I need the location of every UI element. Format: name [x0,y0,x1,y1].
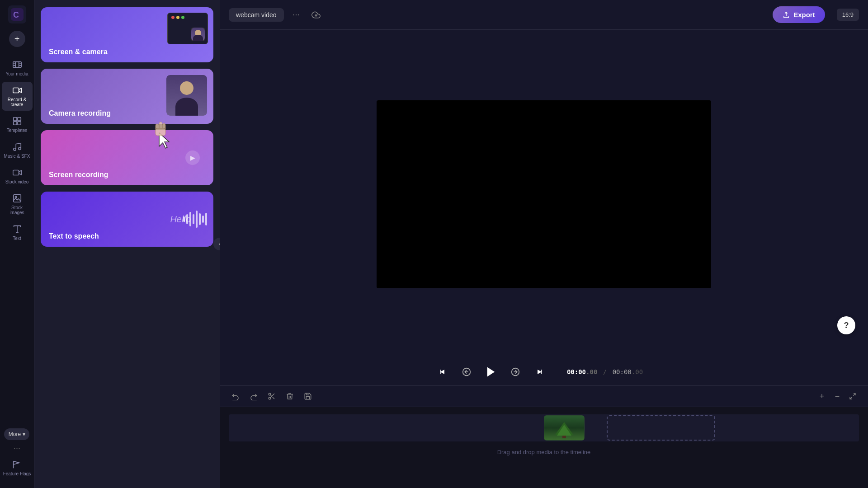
sidebar-item-feature-flags[interactable]: Feature Flags [0,457,34,479]
sidebar-item-your-media[interactable]: Your media [2,56,33,80]
timeline-clip[interactable] [544,415,585,441]
templates-icon [12,116,22,126]
cloud-icon [311,10,321,19]
screen-camera-preview [167,13,208,44]
sidebar-item-stock-images[interactable]: Stock images [2,190,33,219]
playback-controls: 00:00.00 / 00:00.00 [220,358,868,385]
aspect-ratio-badge[interactable]: 16:9 [837,9,859,21]
save-button[interactable] [301,389,315,403]
sidebar-item-music-sfx[interactable]: Music & SFX [2,138,33,162]
camera-recording-label: Camera recording [49,109,111,117]
screen-camera-card[interactable]: Screen & camera [41,7,213,62]
sidebar-item-label: Templates [7,128,28,133]
undo-icon [231,392,240,400]
svg-point-30 [269,397,271,399]
add-button[interactable]: + [9,31,25,47]
camera-recording-card[interactable]: Camera recording [41,69,213,124]
chevron-down-icon: ▾ [23,431,25,437]
skip-forward-icon [535,367,544,376]
sidebar: C + Your media Record & create [0,0,34,488]
tts-waveform [183,211,207,228]
more-options-icon: ⋯ [292,10,300,19]
more-options-button[interactable]: ⋯ [288,7,304,23]
timeline: Drag and drop media to the timeline [220,407,868,488]
play-pause-button[interactable] [483,364,499,380]
record-icon [12,85,22,95]
save-icon [304,392,312,400]
project-title[interactable]: webcam video [229,8,284,22]
skip-forward-button[interactable] [532,364,548,380]
svg-line-34 [853,394,855,396]
forward-icon [510,367,520,377]
svg-rect-10 [13,117,16,121]
svg-rect-9 [13,88,19,93]
svg-line-32 [273,397,274,399]
svg-point-14 [13,148,16,151]
svg-rect-2 [13,62,21,68]
collapse-panel-button[interactable]: ‹ [213,238,220,250]
help-button[interactable]: ? [837,316,855,334]
sidebar-item-label: Text [13,236,21,241]
rewind-button[interactable] [458,364,475,380]
topbar: webcam video ⋯ Export 16:9 [220,0,868,30]
svg-text:C: C [13,10,19,19]
cut-button[interactable] [265,389,278,403]
tts-label: Text to speech [49,232,99,240]
svg-rect-17 [13,195,21,202]
forward-button[interactable] [507,364,524,380]
app-logo: C [8,5,26,23]
clip-thumbnail [544,416,584,440]
screen-recording-label: Screen recording [49,171,108,179]
current-time: 00:00.00 [567,368,601,375]
svg-rect-13 [17,122,20,125]
more-button[interactable]: More ▾ [4,428,29,440]
redo-button[interactable] [247,389,260,403]
zoom-controls: + − [816,390,859,403]
undo-button[interactable] [229,389,242,403]
zoom-in-button[interactable]: + [816,390,828,403]
sidebar-item-label: Stock video [5,179,29,184]
skip-back-icon [438,367,447,376]
svg-line-35 [850,397,852,399]
svg-line-33 [270,395,272,396]
sidebar-item-templates[interactable]: Templates [2,113,33,136]
export-button[interactable]: Export [773,6,825,23]
feature-flags-label: Feature Flags [3,471,31,476]
music-icon [12,142,22,152]
sidebar-dots-icon[interactable]: ··· [14,444,20,453]
cloud-save-button[interactable] [308,7,324,23]
play-icon: ▶ [185,150,200,165]
stock-video-icon [12,168,22,178]
trash-icon [286,392,294,400]
scissors-icon [268,392,276,400]
record-create-panel: Screen & camera Camera recording ▶ Scree… [34,0,220,488]
svg-point-29 [269,393,271,395]
screen-recording-card[interactable]: ▶ Screen recording [41,130,213,185]
camera-thumbnail [166,75,207,116]
sidebar-item-stock-video[interactable]: Stock video [2,164,33,188]
svg-point-18 [15,196,17,198]
redo-icon [250,392,258,400]
main-area: webcam video ⋯ Export 16:9 [220,0,868,488]
svg-rect-16 [13,170,19,175]
timeline-tools: + − [220,385,868,407]
sidebar-item-record-create[interactable]: Record & create [2,82,33,111]
stock-images-icon [12,193,22,203]
sidebar-item-label: Stock images [4,205,31,215]
svg-rect-11 [17,117,20,121]
zoom-out-button[interactable]: − [831,390,844,403]
svg-marker-26 [487,367,495,377]
sidebar-item-label: Record & create [4,97,31,107]
flag-icon [12,460,22,469]
screen-camera-label: Screen & camera [49,48,108,56]
fit-icon [849,393,856,400]
skip-back-button[interactable] [434,364,450,380]
video-preview [377,100,711,288]
delete-button[interactable] [283,389,297,403]
sidebar-item-text[interactable]: Text [2,221,33,244]
tts-card[interactable]: Hello Text to speech [41,192,213,247]
fit-to-screen-button[interactable] [846,390,859,403]
sidebar-item-label: Your media [5,71,28,76]
sidebar-item-label: Music & SFX [4,154,30,159]
text-icon [12,224,22,234]
